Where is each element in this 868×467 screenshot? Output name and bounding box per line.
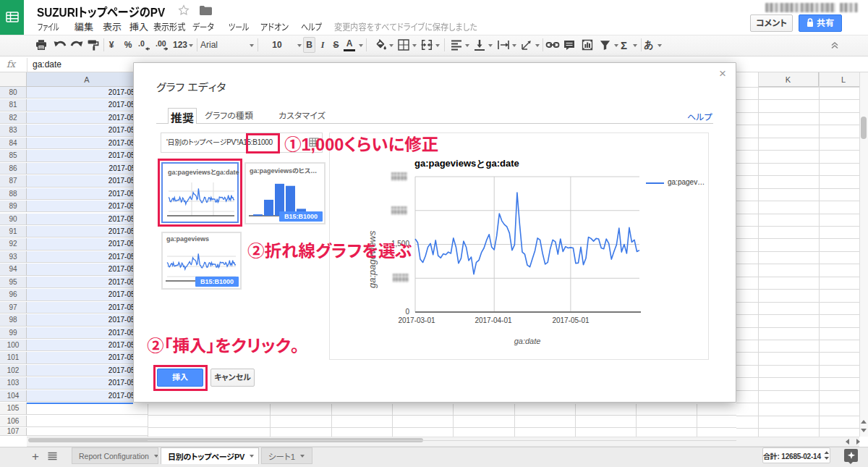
row-header-95[interactable]: 95 [0,277,27,288]
font-size-select[interactable]: 10 [268,35,286,55]
menu-addons[interactable]: アドオン [260,20,289,33]
cell-a95[interactable]: 2017-05-20 [27,277,148,288]
dropdown-caret-icon[interactable] [250,44,254,47]
chart-suggestion-line[interactable]: ga:pageviewsB15:B1000 [161,232,242,290]
cell-a83[interactable]: 2017-05-08 [27,125,148,136]
menu-file[interactable]: ファイル [38,20,59,33]
star-icon[interactable] [178,4,190,16]
dropdown-caret-icon[interactable] [465,44,469,47]
row-header-86[interactable]: 86 [0,163,27,174]
sheets-logo[interactable] [0,0,24,35]
cell-a90[interactable]: 2017-05-15 [27,214,148,225]
row-header-100[interactable]: 100 [0,340,27,351]
cell-a89[interactable]: 2017-05-14 [27,201,148,212]
bold-icon[interactable]: B [303,37,315,53]
sheet-tab-daily-pv[interactable]: 日別のトップページPV [161,447,259,464]
text-color-icon[interactable]: A [344,38,355,51]
cell-a80[interactable]: 2017-05-05 [27,87,148,98]
row-header-93[interactable]: 93 [0,251,27,263]
more-formats-icon[interactable]: 123 [172,35,188,55]
row-header-87[interactable]: 87 [0,175,27,187]
row-header-106[interactable]: 106 [0,416,27,427]
text-rotate-icon[interactable] [520,35,533,55]
functions-icon[interactable]: Σ [618,35,629,55]
cell-a84[interactable]: 2017-05-09 [27,138,148,149]
input-tools-icon[interactable]: あ [643,35,655,55]
cell-a105[interactable] [27,403,148,414]
dropdown-caret-icon[interactable] [633,44,637,47]
row-header-84[interactable]: 84 [0,138,27,149]
cell-a81[interactable]: 2017-05-06 [27,99,148,111]
decrease-decimals-icon[interactable] [137,35,153,55]
menu-insert[interactable]: 挿入 [129,20,148,33]
menu-data[interactable]: データ [192,20,214,33]
cell-a88[interactable]: 2017-05-13 [27,188,148,200]
column-header-k[interactable]: K [758,72,819,87]
cell-a103[interactable]: 2017-05-28 [27,377,148,389]
cell-a85[interactable]: 2017-05-10 [27,150,148,161]
sheet-tab-report-configuration[interactable]: Report Configuration [72,447,158,464]
cell-a91[interactable]: 2017-05-16 [27,226,148,237]
borders-icon[interactable] [397,35,410,55]
menu-edit[interactable]: 編集 [75,20,93,33]
row-header-81[interactable]: 81 [0,99,27,111]
cell-a97[interactable]: 2017-05-22 [27,302,148,314]
tab-customize[interactable]: カスタマイズ [278,108,326,124]
cell-a96[interactable]: 2017-05-21 [27,289,148,300]
cell-a107[interactable] [27,428,148,436]
tab-dropdown-icon[interactable] [154,455,158,458]
column-header-a[interactable]: A [27,72,148,87]
row-header-105[interactable]: 105 [0,403,27,414]
row-header-99[interactable]: 99 [0,327,27,339]
vertical-scrollbar-thumb[interactable] [861,117,867,139]
cell-a86[interactable]: 2017-05-11 [27,163,148,174]
close-icon[interactable]: × [717,68,728,80]
menu-view[interactable]: 表示 [103,20,122,33]
all-sheets-icon[interactable] [48,452,57,460]
share-button[interactable]: 共有 [799,14,842,32]
row-header-91[interactable]: 91 [0,226,27,237]
cell-a99[interactable]: 2017-05-24 [27,327,148,339]
dropdown-caret-icon[interactable] [658,44,662,47]
font-family-select[interactable]: Arial [200,35,244,55]
italic-icon[interactable]: I [318,35,328,55]
fill-color-icon[interactable] [374,35,387,55]
cancel-button[interactable]: キャンセル [210,369,255,387]
dropdown-caret-icon[interactable] [359,44,363,47]
row-header-96[interactable]: 96 [0,289,27,300]
cell-a82[interactable]: 2017-05-07 [27,112,148,124]
folder-icon[interactable] [200,6,212,15]
row-header-89[interactable]: 89 [0,201,27,212]
scroll-down-icon[interactable] [860,426,867,434]
tab-chart-types[interactable]: グラフの種類 [205,108,253,124]
collapse-toolbar-icon[interactable] [827,35,842,55]
vertical-align-icon[interactable] [473,35,486,55]
undo-icon[interactable] [54,35,67,55]
dropdown-caret-icon[interactable] [389,44,393,47]
cell-a102[interactable]: 2017-05-27 [27,365,148,376]
dropdown-caret-icon[interactable] [535,44,540,47]
menu-help[interactable]: ヘルプ [301,20,322,33]
cell-a87[interactable]: 2017-05-12 [27,175,148,187]
dropdown-caret-icon[interactable] [189,44,193,47]
menu-tools[interactable]: ツール [229,20,249,33]
add-sheet-button[interactable]: + [27,450,43,464]
cell-a106[interactable] [27,416,148,427]
scroll-up-icon[interactable] [860,418,867,426]
merge-cells-icon[interactable] [420,35,433,55]
row-header-104[interactable]: 104 [0,390,27,402]
tab-dropdown-icon[interactable] [300,455,305,458]
insert-link-icon[interactable] [545,35,560,55]
dropdown-caret-icon[interactable] [512,44,516,47]
menu-format[interactable]: 表示形式 [153,20,185,33]
strikethrough-icon[interactable]: S [331,35,341,55]
dropdown-caret-icon[interactable] [412,44,417,47]
redo-icon[interactable] [70,35,83,55]
row-header-88[interactable]: 88 [0,188,27,200]
explore-button[interactable] [844,449,858,462]
dropdown-caret-icon[interactable] [488,44,493,47]
sheet-tab-sheet1[interactable]: シート1 [261,447,312,464]
document-title[interactable]: SUZURIトップページのPV [37,2,165,20]
cell-a98[interactable]: 2017-05-23 [27,314,148,326]
insert-comment-icon[interactable] [563,35,576,55]
